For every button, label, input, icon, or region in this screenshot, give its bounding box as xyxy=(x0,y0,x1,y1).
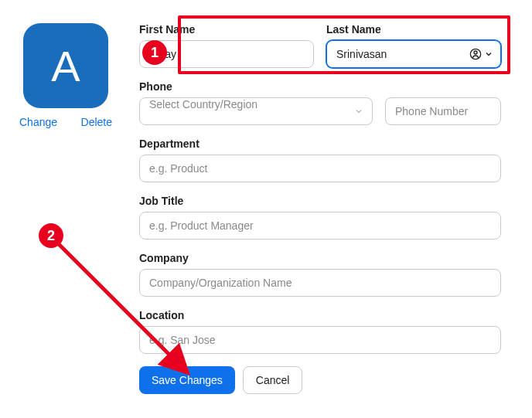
last-name-label: Last Name xyxy=(326,23,501,36)
save-button[interactable]: Save Changes xyxy=(139,366,235,394)
avatar-initial: A xyxy=(51,41,80,91)
annotation-step-1: 1 xyxy=(142,40,167,65)
delete-avatar-link[interactable]: Delete xyxy=(81,116,112,128)
contact-icon xyxy=(469,48,482,60)
change-avatar-link[interactable]: Change xyxy=(19,116,57,128)
department-input[interactable] xyxy=(139,155,501,182)
company-input[interactable] xyxy=(139,269,501,297)
phone-label: Phone xyxy=(139,80,501,93)
location-input[interactable] xyxy=(139,326,501,354)
chevron-down-icon[interactable] xyxy=(484,49,493,59)
country-select[interactable]: Select Country/Region xyxy=(139,97,373,125)
avatar[interactable]: A xyxy=(23,23,108,108)
department-label: Department xyxy=(139,138,501,150)
company-label: Company xyxy=(139,252,501,264)
country-select-placeholder: Select Country/Region xyxy=(149,98,257,110)
first-name-label: First Name xyxy=(139,23,314,36)
phone-number-input[interactable] xyxy=(385,97,501,125)
chevron-down-icon xyxy=(354,107,363,116)
annotation-step-2: 2 xyxy=(39,223,63,248)
cancel-button[interactable]: Cancel xyxy=(243,366,303,394)
svg-point-1 xyxy=(474,51,477,54)
job-title-input[interactable] xyxy=(139,212,501,240)
job-title-label: Job Title xyxy=(139,195,501,207)
location-label: Location xyxy=(139,309,501,321)
